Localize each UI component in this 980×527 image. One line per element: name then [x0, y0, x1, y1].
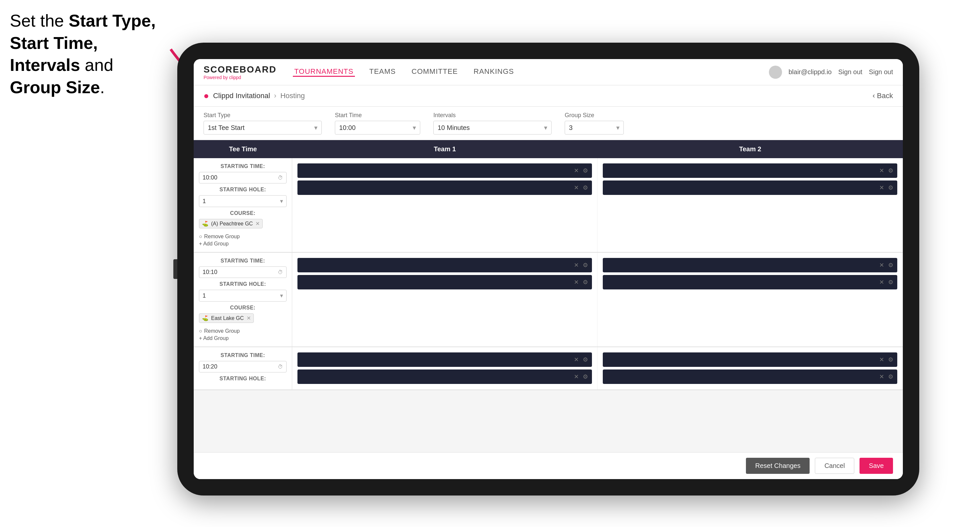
intervals-value: 10 Minutes [438, 124, 470, 132]
g2-icon-x1[interactable]: ✕ [574, 262, 579, 269]
breadcrumb-tournament[interactable]: Clippd Invitational [213, 92, 270, 100]
intervals-label: Intervals [433, 112, 552, 119]
breadcrumb-icon: ● [204, 90, 209, 101]
tee-table: Tee Time Team 1 Team 2 STARTING TIME: 10… [194, 140, 903, 452]
intervals-select[interactable]: 10 Minutes [433, 121, 552, 135]
g1t2-icon-s1[interactable]: ⚙ [888, 167, 893, 174]
group-size-label: Group Size [565, 112, 624, 119]
group-1-time-label: STARTING TIME: [199, 163, 286, 169]
group-3-player-bar-2[interactable]: ✕ ⚙ [298, 370, 592, 384]
group-2-add-link[interactable]: + Add Group [199, 335, 286, 341]
group-2-remove-link[interactable]: ○ Remove Group [199, 328, 286, 334]
start-time-select[interactable]: 10:00 [335, 121, 420, 135]
group-row-3: STARTING TIME: 10:20 ⏱ STARTING HOLE: ✕ … [194, 347, 903, 390]
group-3-time-input[interactable]: 10:20 ⏱ [199, 361, 286, 373]
group-1-team2: ✕ ⚙ ✕ ⚙ [598, 158, 903, 252]
group-2-team1: ✕ ⚙ ✕ ⚙ [292, 253, 598, 346]
group-3-t2-player-bar-1[interactable]: ✕ ⚙ [603, 352, 897, 367]
g3t2-icon-s2[interactable]: ⚙ [888, 373, 893, 380]
start-time-field: Start Time 10:00 [335, 112, 420, 135]
logo-area: SCOREBOARD Powered by clippd [204, 64, 277, 80]
g1t2-icon-x2[interactable]: ✕ [879, 184, 884, 191]
start-time-value: 10:00 [339, 124, 356, 132]
tablet-side-button [173, 259, 177, 279]
start-type-value: 1st Tee Start [208, 124, 245, 132]
nav-tab-rankings[interactable]: RANKINGS [473, 67, 515, 77]
g3t2-icon-s1[interactable]: ⚙ [888, 356, 893, 363]
start-type-field: Start Type 1st Tee Start [204, 112, 322, 135]
cancel-button[interactable]: Cancel [815, 458, 854, 474]
group-2-team2: ✕ ⚙ ✕ ⚙ [598, 253, 903, 346]
group-2-hole-input[interactable]: 1 ▾ [199, 290, 286, 302]
sign-out-text[interactable]: Sign out [869, 68, 893, 76]
save-button[interactable]: Save [859, 458, 893, 474]
player-bar-icon-settings[interactable]: ⚙ [583, 167, 588, 174]
group-1-t2-player-bar-2[interactable]: ✕ ⚙ [603, 181, 897, 195]
group-2-left: STARTING TIME: 10:10 ⏱ STARTING HOLE: 1 … [194, 253, 292, 346]
g2-icon-x2[interactable]: ✕ [574, 279, 579, 286]
g2-icon-s2[interactable]: ⚙ [583, 279, 588, 286]
g2t2-icon-s1[interactable]: ⚙ [888, 262, 893, 269]
group-1-course-remove[interactable]: ✕ [255, 221, 260, 227]
player-bar-icon-x2[interactable]: ✕ [574, 184, 579, 191]
group-2-player-bar-1[interactable]: ✕ ⚙ [298, 258, 592, 272]
col-team2: Team 2 [598, 140, 903, 158]
group-2-player-bar-2[interactable]: ✕ ⚙ [298, 275, 592, 289]
player-bar-icon-settings2[interactable]: ⚙ [583, 184, 588, 191]
user-avatar [769, 66, 782, 79]
group-2-course-remove[interactable]: ✕ [247, 315, 251, 321]
group-size-field: Group Size 3 [565, 112, 624, 135]
group-1-hole-label: STARTING HOLE: [199, 187, 286, 193]
g2t2-icon-s2[interactable]: ⚙ [888, 279, 893, 286]
bottom-bar: Reset Changes Cancel Save [194, 452, 903, 479]
g3-icon-s2[interactable]: ⚙ [583, 373, 588, 380]
start-type-select[interactable]: 1st Tee Start [204, 121, 322, 135]
group-3-player-bar-1[interactable]: ✕ ⚙ [298, 352, 592, 367]
group-3-team1: ✕ ⚙ ✕ ⚙ [292, 347, 598, 389]
nav-tab-teams[interactable]: TEAMS [368, 67, 397, 77]
g3-icon-x1[interactable]: ✕ [574, 356, 579, 363]
group-1-add-link[interactable]: + Add Group [199, 241, 286, 247]
group-2-t2-player-bar-2[interactable]: ✕ ⚙ [603, 275, 897, 289]
group-3-left: STARTING TIME: 10:20 ⏱ STARTING HOLE: [194, 347, 292, 389]
reset-changes-button[interactable]: Reset Changes [746, 458, 810, 474]
g2t2-icon-x2[interactable]: ✕ [879, 279, 884, 286]
group-2-course-badge: ⛳ East Lake GC ✕ [199, 313, 254, 323]
group-2-actions: ○ Remove Group + Add Group [199, 328, 286, 341]
g3t2-icon-x2[interactable]: ✕ [879, 373, 884, 380]
sign-out-link[interactable]: Sign out [838, 68, 862, 76]
g3-icon-s1[interactable]: ⚙ [583, 356, 588, 363]
nav-right: blair@clippd.io Sign out Sign out [769, 66, 893, 79]
table-header: Tee Time Team 1 Team 2 [194, 140, 903, 158]
group-1-remove-link[interactable]: ○ Remove Group [199, 233, 286, 240]
g2t2-icon-x1[interactable]: ✕ [879, 262, 884, 269]
group-1-player-bar-1[interactable]: ✕ ⚙ [298, 163, 592, 178]
group-1-course-badge: ⛳ (A) Peachtree GC ✕ [199, 219, 262, 229]
back-button[interactable]: ‹ Back [873, 92, 893, 100]
group-3-t2-player-bar-2[interactable]: ✕ ⚙ [603, 370, 897, 384]
g1t2-icon-s2[interactable]: ⚙ [888, 184, 893, 191]
group-1-player-bar-2[interactable]: ✕ ⚙ [298, 181, 592, 195]
group-2-time-label: STARTING TIME: [199, 258, 286, 264]
group-1-team1: ✕ ⚙ ✕ ⚙ [292, 158, 598, 252]
group-2-course-label: COURSE: [199, 305, 286, 311]
group-row-1: STARTING TIME: 10:00 ⏱ STARTING HOLE: 1 … [194, 158, 903, 253]
group-row-2: STARTING TIME: 10:10 ⏱ STARTING HOLE: 1 … [194, 253, 903, 347]
group-1-t2-player-bar-1[interactable]: ✕ ⚙ [603, 163, 897, 178]
breadcrumb-section: Hosting [280, 92, 305, 100]
g3t2-icon-x1[interactable]: ✕ [879, 356, 884, 363]
nav-tab-tournaments[interactable]: TOURNAMENTS [293, 67, 355, 77]
g1t2-icon-x1[interactable]: ✕ [879, 167, 884, 174]
player-bar-icon-x[interactable]: ✕ [574, 167, 579, 174]
group-1-hole-input[interactable]: 1 ▾ [199, 195, 286, 207]
group-3-team2: ✕ ⚙ ✕ ⚙ [598, 347, 903, 389]
nav-tab-committee[interactable]: COMMITTEE [410, 67, 459, 77]
group-3-hole-label: STARTING HOLE: [199, 376, 286, 382]
group-2-t2-player-bar-1[interactable]: ✕ ⚙ [603, 258, 897, 272]
g3-icon-x2[interactable]: ✕ [574, 373, 579, 380]
group-2-time-input[interactable]: 10:10 ⏱ [199, 267, 286, 278]
g2-icon-s1[interactable]: ⚙ [583, 262, 588, 269]
bold-group-size: Group Size [10, 78, 100, 97]
group-1-time-input[interactable]: 10:00 ⏱ [199, 172, 286, 183]
group-size-select[interactable]: 3 [565, 121, 624, 135]
